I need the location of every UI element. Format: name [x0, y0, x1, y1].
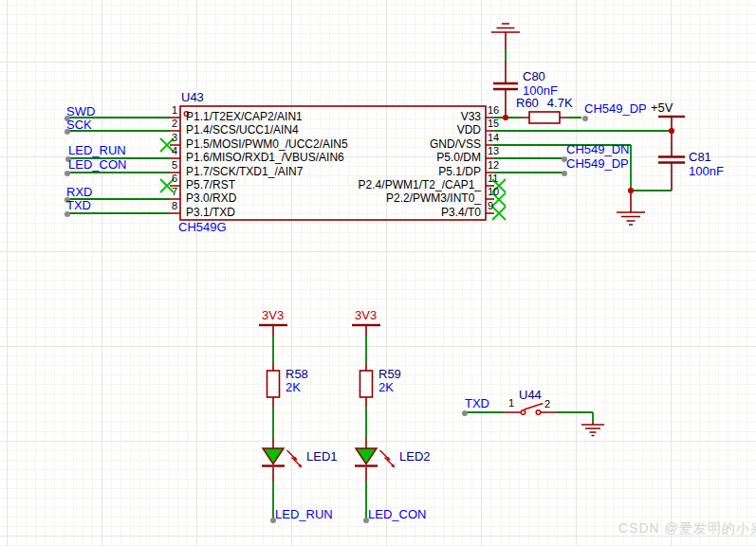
- c80-designator[interactable]: C80: [523, 70, 545, 83]
- net-label-rxd[interactable]: RXD: [66, 186, 92, 199]
- pin-name: P5.0/DM: [285, 152, 481, 164]
- pin-number: 16: [488, 105, 499, 117]
- u44-pin1-number: 1: [508, 398, 514, 410]
- net-label-ch549-dp[interactable]: CH549_DP: [566, 157, 629, 171]
- led2-light-arrows: [380, 450, 396, 468]
- pin-number: 15: [488, 118, 499, 130]
- led2-symbol[interactable]: [355, 438, 396, 482]
- power-label-3v3-a[interactable]: 3V3: [262, 309, 284, 322]
- pin-number: 6: [162, 173, 177, 185]
- r60-value: 4.7K: [547, 96, 573, 110]
- power-label-5v[interactable]: +5V: [651, 101, 673, 115]
- net-label-led-run[interactable]: LED_RUN: [68, 144, 126, 157]
- pin-number: 12: [488, 160, 499, 172]
- pin-number: 7: [162, 187, 177, 198]
- pin-name: P1.4/SCS/UCC1/AIN4: [186, 124, 299, 136]
- net-label-ch549-dn[interactable]: CH549_DN: [566, 143, 629, 156]
- r59-designator[interactable]: R59: [378, 368, 401, 381]
- ic-part-name[interactable]: CH549G: [178, 221, 227, 234]
- net-label-txd-switch[interactable]: TXD: [465, 397, 489, 410]
- resistor-r59[interactable]: [360, 364, 373, 407]
- r60-designator: R60: [516, 96, 539, 110]
- ic-designator[interactable]: U43: [181, 91, 204, 104]
- pin-number: 10: [488, 187, 499, 198]
- schematic-graphics: [0, 0, 756, 546]
- resistor-r60[interactable]: [521, 112, 567, 123]
- gnd-symbol-right[interactable]: [617, 191, 645, 225]
- r58-designator[interactable]: R58: [286, 368, 308, 381]
- watermark: CSDN @爱发明的小兴: [618, 521, 756, 536]
- pin-number: 8: [162, 201, 177, 212]
- led2-designator[interactable]: LED2: [399, 450, 431, 464]
- pin-number: 3: [162, 133, 177, 144]
- u44-pin2-number: 2: [544, 399, 550, 410]
- pin-name: P5.1/DP: [285, 166, 481, 178]
- wire-switch[interactable]: [466, 412, 593, 422]
- u44-designator[interactable]: U44: [519, 389, 542, 402]
- pin-number: 2: [162, 118, 177, 130]
- pin-name: P3.0/RXD: [186, 192, 236, 205]
- pin-name: GND/VSS: [285, 138, 481, 151]
- r60-label[interactable]: R604.7K: [516, 97, 573, 110]
- pin-name: P5.7/RST: [186, 179, 235, 191]
- schematic-canvas: SWD SCK LED_RUN LED_CON RXD TXD U43 CH54…: [0, 0, 756, 546]
- led1-designator[interactable]: LED1: [306, 450, 338, 464]
- pin-number: 14: [488, 133, 499, 144]
- net-label-ch549-dp-top[interactable]: CH549_DP: [584, 102, 647, 116]
- pin-number: 13: [488, 146, 499, 157]
- net-label-led-con-bottom[interactable]: LED_CON: [368, 508, 426, 521]
- power-label-3v3-b[interactable]: 3V3: [355, 309, 377, 322]
- pin-name: P2.2/PWM3/INT0_: [285, 192, 481, 205]
- net-label-swd[interactable]: SWD: [66, 105, 95, 118]
- pin-number: 11: [488, 173, 498, 185]
- net-label-led-run-bottom[interactable]: LED_RUN: [275, 508, 333, 521]
- net-label-led-con[interactable]: LED_CON: [68, 158, 126, 172]
- resistor-r58[interactable]: [267, 364, 280, 407]
- pin-number: 1: [162, 105, 177, 117]
- led1-light-arrows: [287, 450, 303, 468]
- pin-name: VDD: [285, 124, 481, 136]
- pin-name: P3.4/T0: [285, 207, 481, 219]
- gnd-symbol-top[interactable]: [491, 24, 520, 49]
- led1-symbol[interactable]: [262, 438, 303, 482]
- pin-number: 9: [488, 201, 493, 212]
- gnd-symbol-switch[interactable]: [581, 422, 604, 436]
- net-label-txd[interactable]: TXD: [66, 199, 91, 212]
- pin-number: 4: [162, 146, 177, 157]
- pin-number: 5: [162, 160, 177, 172]
- net-label-sck[interactable]: SCK: [66, 118, 92, 132]
- power-flag-3v3-a[interactable]: [259, 325, 287, 336]
- r58-value[interactable]: 2K: [286, 381, 301, 394]
- r59-value[interactable]: 2K: [378, 381, 394, 394]
- capacitor-c81[interactable]: [658, 131, 685, 191]
- pin-name: P3.1/TXD: [186, 207, 235, 219]
- power-flag-3v3-b[interactable]: [352, 325, 380, 336]
- c81-designator[interactable]: C81: [689, 151, 711, 164]
- wire-led-branches[interactable]: [273, 336, 366, 519]
- pin-name: P2.4/PWM1/T2_/CAP1_: [285, 179, 481, 191]
- c81-value[interactable]: 100nF: [689, 165, 724, 178]
- pin-name: V33: [285, 111, 481, 123]
